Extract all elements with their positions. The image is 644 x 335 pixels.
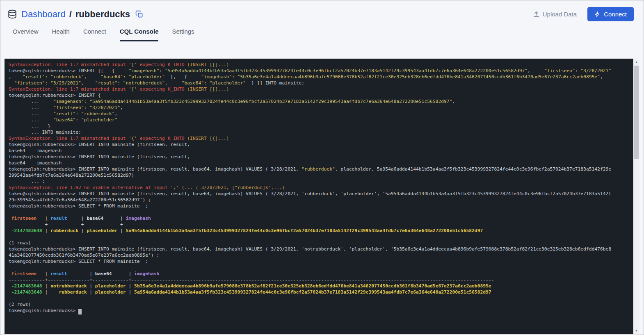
console-text-segment: (INSERT [[]...) (187, 87, 229, 92)
console-text-segment: | (117, 228, 126, 233)
console-text-segment: imagehash (134, 271, 159, 276)
console-text-segment: ... (9, 105, 53, 110)
console-line: SyntaxException: line 1:92 no viable alt… (9, 185, 632, 191)
console-text-segment: 29c399543aa4fdb7c7e6a364e648a272200e51c5… (9, 197, 151, 203)
breadcrumb-database-name: rubberducks (75, 9, 130, 20)
console-line: ... } (9, 123, 632, 129)
console-line: token@cqlsh:rubberducks> SELECT * FROM m… (9, 203, 632, 209)
console-text-segment: token@cqlsh:rubberducks> INSERT INTO mai… (9, 246, 611, 252)
console-line: -2147483648 | rubberduck | placeholder |… (9, 228, 632, 234)
breadcrumb: Dashboard / rubberducks (7, 9, 143, 20)
console-text-segment: "result": "rubberduck" (23, 74, 84, 80)
copy-icon[interactable] (135, 10, 143, 18)
console-text-segment: , (114, 111, 117, 116)
console-text-segment: token@cqlsh:rubberducks> INSERT INTO mai… (9, 142, 190, 147)
top-bar: Dashboard / rubberducks Upload Data Conn… (0, 0, 644, 24)
console-scrollbar[interactable]: ▲ ▼ (633, 59, 639, 334)
console-line: ... "imagehash": "5a954a6adda4144b1b53a4… (9, 98, 632, 105)
console-text-segment: 5a954a6adda4144b1b53a4aa3f5fb323c4539993… (126, 228, 483, 233)
console-line: ... ; (9, 178, 632, 185)
console-text-segment: , (84, 74, 101, 80)
top-actions: Upload Data Connect (533, 7, 634, 21)
console-line: ... "result": "rubberduck", (9, 111, 632, 117)
breadcrumb-dashboard-link[interactable]: Dashboard (21, 9, 66, 20)
console-text-segment: "firstseen": "3/28/2021" (53, 105, 120, 110)
console-text-segment: | (37, 216, 50, 221)
console-text-segment: SyntaxException: line 1:92 no viable alt… (9, 185, 170, 190)
console-text-segment: -2147483648 (9, 283, 42, 289)
console-text-segment: -------------+---------------+----------… (9, 277, 494, 283)
tab-overview[interactable]: Overview (13, 28, 39, 41)
console-text-segment: base64 (95, 271, 112, 276)
console-text-segment: ... (9, 117, 53, 123)
console-text-segment: , (9, 74, 23, 80)
console-text-segment: -2147483648 (9, 289, 42, 295)
tab-connect[interactable]: Connect (83, 28, 106, 41)
console-line: token@cqlsh:rubberducks> INSERT { (9, 92, 632, 98)
scroll-up-icon[interactable]: ▲ (633, 59, 639, 66)
console-line: token@cqlsh:rubberducks> INSERT INTO mai… (9, 141, 632, 148)
console-text-segment: ... INTO mainsite; (9, 130, 81, 135)
console-text-segment: '[' (128, 62, 137, 67)
console-line: token@cqlsh:rubberducks> INSERT INTO mai… (9, 246, 632, 252)
console-line: token@cqlsh:rubberducks> SELECT * FROM m… (9, 258, 632, 264)
console-text-segment: , (600, 74, 603, 80)
console-text-segment: (2 rows) (9, 302, 31, 307)
console-line (9, 295, 632, 301)
console-text-segment: | (112, 271, 134, 276)
tab-bar: OverviewHealthConnectCQL ConsoleSettings (0, 28, 644, 41)
scroll-down-icon[interactable]: ▼ (633, 327, 639, 334)
connect-button[interactable]: Connect (587, 7, 634, 21)
console-text-segment: base64 (87, 216, 103, 221)
console-text-segment: , placeholder, 5a954a6adda4144b1b53a4aa3… (335, 166, 611, 172)
upload-icon (533, 11, 540, 18)
console-text-segment: (INSERT [[]...) (187, 62, 229, 67)
console-text-segment: ... } (9, 123, 50, 129)
console-text-segment: | (42, 283, 50, 289)
console-text-segment: | (87, 289, 95, 295)
console-text-segment: (... ( 3/28/2021, ["rubberduc]k",...) (182, 185, 285, 190)
scrollbar-thumb[interactable] (634, 66, 639, 159)
console-line: SyntaxException: line 1:7 mismatched inp… (9, 135, 632, 141)
console-line: firstseen | result | base64 | imagehash (9, 215, 632, 221)
console-line: (1 rows) (9, 240, 632, 246)
console-text-segment: (1 rows) (9, 240, 31, 246)
tab-health[interactable]: Health (52, 28, 70, 41)
console-text-segment (179, 185, 182, 190)
console-text-segment: base64 imagehash (9, 148, 62, 153)
console-text-segment: | (42, 228, 50, 233)
tab-settings[interactable]: Settings (172, 28, 194, 41)
console-text-segment: -------------+------------+-------------… (9, 222, 486, 227)
cql-console[interactable]: SyntaxException: line 1:7 mismatched inp… (5, 59, 639, 334)
console-cursor (78, 309, 82, 314)
console-text-segment: imagehash (126, 216, 151, 221)
tab-cql-console[interactable]: CQL Console (120, 28, 159, 41)
console-text-segment: | (78, 228, 87, 233)
console-text-segment: firstseen (9, 271, 37, 276)
console-text-segment: "rubberduck" (301, 166, 335, 172)
console-line: token@cqlsh:rubberducks> INSERT [[ { "im… (9, 68, 632, 74)
console-line: 41a3462077450ccdb361f6b3470ad5e67e237a6c… (9, 252, 632, 258)
console-text-segment: SyntaxException: line 1:7 mismatched inp… (9, 87, 128, 92)
console-text-segment: , (81, 80, 95, 86)
console-line: token@cqlsh:rubberducks> INSERT INTO mai… (9, 191, 632, 197)
console-text-segment: rubberduck (50, 289, 87, 295)
console-text-segment: '{' (128, 136, 137, 141)
console-text-segment: token@cqlsh:rubberducks> SELECT * FROM m… (9, 259, 148, 264)
console-line: , "result": "rubberduck", "base64": "pla… (9, 74, 632, 80)
console-text-segment: "imagehash": "5a954a6adda4144b1b53a4aa3f… (53, 99, 452, 104)
upload-data-button[interactable]: Upload Data (533, 11, 577, 18)
bolt-icon (594, 11, 601, 17)
console-text-segment: expecting K_INTO (137, 62, 187, 67)
console-text-segment: "firstseen": "3/29/2021" (14, 80, 81, 86)
console-line: "firstseen": "3/29/2021", "result": "not… (9, 80, 632, 86)
database-icon (7, 9, 18, 20)
console-output: SyntaxException: line 1:7 mismatched inp… (9, 62, 632, 314)
console-text-segment: , (528, 68, 544, 73)
console-text-segment: "firstseen": "3/28/2021" (544, 68, 611, 73)
console-text-segment: | (37, 271, 50, 276)
console-line: -------------+---------------+----------… (9, 277, 632, 283)
console-line: token@cqlsh:rubberducks> INSERT INTO mai… (9, 166, 632, 172)
console-text-segment: ... (9, 99, 53, 104)
console-text-segment: token@cqlsh:rubberducks> (9, 308, 78, 313)
